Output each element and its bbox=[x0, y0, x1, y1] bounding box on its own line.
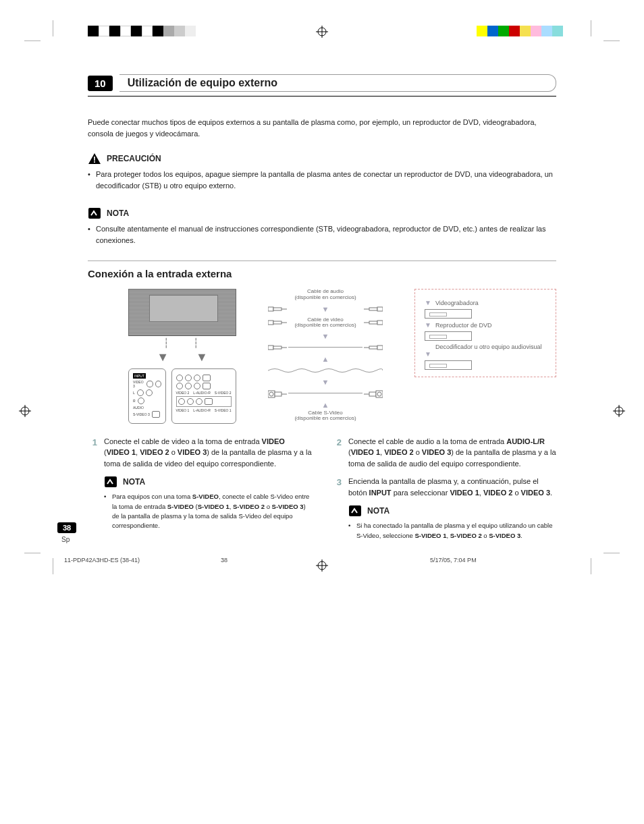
registration-target-left bbox=[19, 405, 31, 417]
svg-rect-23 bbox=[377, 321, 383, 325]
triangle-down-icon: ▼ bbox=[322, 332, 329, 340]
plug-icon bbox=[268, 319, 287, 326]
svideo2-label: S-VIDEO 2 bbox=[215, 391, 232, 395]
cable-wire bbox=[288, 347, 363, 348]
cable-wire bbox=[288, 393, 363, 393]
input-label: INPUT bbox=[133, 373, 146, 379]
svg-rect-35 bbox=[369, 392, 376, 396]
rca-jack-icon bbox=[178, 398, 185, 405]
note1-bullet: Consulte atentamente el manual de instru… bbox=[88, 223, 556, 246]
intro-paragraph: Puede conectar muchos tipos de equipos e… bbox=[88, 117, 556, 139]
svideo3-label: S-VIDEO 3 bbox=[133, 412, 150, 416]
step-3-text: Encienda la pantalla de plasma y, a cont… bbox=[348, 476, 556, 498]
available-caption: (disponible en comercios) bbox=[294, 294, 356, 300]
step-number: 2 bbox=[332, 436, 342, 470]
step-3: 3 Encienda la pantalla de plasma y, a co… bbox=[332, 476, 556, 498]
svideo-jack-icon bbox=[152, 411, 160, 418]
external-devices-box: ▼Videograbadora ▼Reproductor de DVD ▼Dec… bbox=[414, 289, 556, 377]
note1-label: NOTA bbox=[107, 209, 129, 218]
video2-label: VIDEO 2 bbox=[176, 391, 190, 395]
laudior-label: L-AUDIO-R bbox=[193, 408, 211, 412]
input-panel-left: INPUT VIDEO 3 L R AUDIO S-VIDEO 3 bbox=[128, 368, 166, 424]
svg-rect-24 bbox=[268, 346, 273, 350]
plug-icon bbox=[364, 306, 383, 312]
page-number: 38 bbox=[57, 522, 76, 533]
video-cable-illustration bbox=[268, 344, 383, 351]
svg-rect-25 bbox=[273, 346, 281, 349]
note3-header: NOTA bbox=[348, 505, 556, 517]
rca-jack-icon bbox=[187, 398, 194, 405]
step-1: 1 Conecte el cable de video a la toma de… bbox=[88, 436, 312, 470]
input-panels: INPUT VIDEO 3 L R AUDIO S-VIDEO 3 VIDEO … bbox=[128, 368, 236, 424]
chapter-number: 10 bbox=[88, 76, 113, 91]
note-icon bbox=[104, 476, 117, 488]
svg-rect-18 bbox=[268, 321, 273, 325]
triangle-down-icon: ▼ bbox=[425, 299, 431, 306]
arrow-down-icon: ▼ bbox=[157, 350, 169, 364]
svideo-plug-icon bbox=[268, 390, 287, 397]
language-label: Sp bbox=[61, 536, 607, 543]
device-box-icon bbox=[425, 331, 472, 341]
svideo-cable-illustration bbox=[268, 390, 383, 397]
print-marks-bottom bbox=[0, 550, 644, 584]
note3-label: NOTA bbox=[367, 506, 390, 516]
registration-target-top bbox=[316, 26, 328, 38]
section-divider bbox=[88, 260, 556, 261]
stb-label: Decodificador u otro equipo audiovisual bbox=[435, 344, 542, 350]
note-icon bbox=[348, 505, 362, 517]
rca-jack-icon bbox=[194, 383, 200, 389]
section2-title: Conexión a la entrada externa bbox=[88, 268, 556, 279]
device-dvd: ▼Reproductor de DVD bbox=[425, 321, 546, 329]
video1-label: VIDEO 1 bbox=[176, 408, 190, 412]
note2-label: NOTA bbox=[123, 477, 145, 487]
laudior-label: L-AUDIO-R bbox=[193, 391, 211, 395]
step-1-text: Conecte el cable de video a la toma de e… bbox=[104, 436, 312, 470]
note1-header: NOTA bbox=[88, 207, 556, 219]
print-marks-top bbox=[0, 0, 644, 54]
page-content: 10 Utilización de equipo externo Puede c… bbox=[0, 74, 644, 543]
rca-jack-icon bbox=[155, 381, 161, 387]
step-number: 1 bbox=[88, 436, 97, 470]
tv-rear-block: ┆ ┆ ▼▼ INPUT VIDEO 3 L R AUDIO S-VIDEO 3… bbox=[128, 289, 236, 424]
step-number: 3 bbox=[332, 476, 342, 498]
step-2-text: Conecte el cable de audio a la toma de e… bbox=[348, 436, 556, 470]
note2-header: NOTA bbox=[104, 476, 312, 488]
color-bars-left bbox=[88, 26, 196, 36]
triangle-down-icon: ▼ bbox=[322, 378, 329, 386]
device-stb: ▼Decodificador u otro equipo audiovisual bbox=[425, 344, 546, 358]
rca-jack-icon bbox=[196, 398, 203, 405]
plug-icon bbox=[268, 344, 287, 351]
dvd-label: Reproductor de DVD bbox=[435, 322, 492, 329]
divider bbox=[88, 96, 556, 97]
rca-jack-icon bbox=[194, 375, 200, 381]
svideo1-label: S-VIDEO 1 bbox=[215, 408, 232, 412]
audio-cable-illustration: ▼ bbox=[268, 305, 383, 313]
arrow-down-icon: ▼ bbox=[196, 350, 208, 364]
triangle-down-icon: ▼ bbox=[322, 305, 329, 313]
color-bars-right bbox=[477, 26, 563, 36]
warning-icon: ! bbox=[88, 153, 101, 165]
svg-rect-19 bbox=[273, 321, 281, 324]
svg-rect-29 bbox=[377, 346, 383, 350]
rca-jack-icon bbox=[176, 375, 183, 381]
svg-rect-12 bbox=[268, 307, 273, 311]
caution-header: ! PRECAUCIÓN bbox=[88, 153, 556, 165]
rca-jack-icon bbox=[146, 389, 153, 396]
svg-rect-28 bbox=[369, 346, 377, 349]
svg-rect-22 bbox=[369, 321, 377, 324]
rca-jack-icon bbox=[146, 381, 153, 387]
cable-column: Cable de audio(disponible en comercios) … bbox=[268, 289, 383, 422]
rca-jack-icon bbox=[176, 383, 183, 389]
available-caption: (disponible en comercios) bbox=[294, 415, 356, 421]
svideo-jack-icon bbox=[203, 375, 211, 381]
svg-rect-13 bbox=[273, 308, 281, 310]
device-box-icon bbox=[425, 360, 472, 370]
chapter-bar: 10 Utilización de equipo externo bbox=[88, 74, 556, 92]
note-icon bbox=[88, 207, 101, 219]
device-box-icon bbox=[425, 309, 472, 319]
rca-jack-icon bbox=[185, 383, 192, 389]
audio-l-label: L bbox=[133, 391, 135, 395]
svg-rect-17 bbox=[377, 307, 383, 311]
triangle-down-icon: ▼ bbox=[425, 321, 431, 329]
rca-jack-icon bbox=[138, 397, 144, 404]
